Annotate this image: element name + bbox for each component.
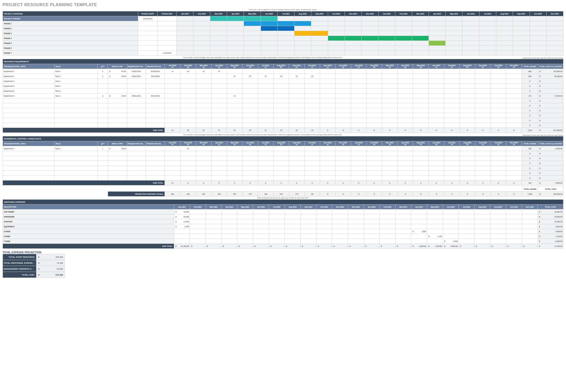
gantt-cell[interactable] [311, 46, 328, 51]
gantt-cell[interactable] [530, 31, 546, 36]
exp-val[interactable] [379, 214, 395, 219]
exp-val[interactable] [206, 219, 221, 224]
gantt-cell[interactable] [462, 51, 479, 56]
day-cell[interactable] [211, 171, 227, 176]
day-cell[interactable]: 20 [180, 69, 196, 74]
exp-val[interactable] [379, 224, 395, 229]
exp-sub-lbl[interactable]: SUB TOTAL [3, 244, 174, 249]
gantt-cell[interactable] [244, 41, 261, 46]
gantt-cell[interactable] [395, 16, 412, 21]
day-cell[interactable] [460, 103, 475, 108]
exp-val[interactable] [475, 224, 490, 229]
day-cell[interactable] [429, 79, 444, 84]
day-cell[interactable] [242, 84, 258, 89]
day-cell[interactable] [180, 74, 196, 79]
day-cell[interactable] [273, 113, 289, 118]
day-cell[interactable] [289, 98, 304, 103]
gantt-cell[interactable] [311, 36, 328, 41]
blank[interactable] [413, 187, 429, 192]
day-cell[interactable] [351, 118, 367, 123]
day-cell[interactable] [367, 98, 382, 103]
day-cell[interactable] [289, 103, 304, 108]
day-cell[interactable] [398, 69, 413, 74]
day-cell[interactable] [273, 108, 289, 113]
day-cell[interactable] [304, 69, 320, 74]
rstart-cell[interactable]: 05/01/2022 [127, 74, 146, 79]
day-cell[interactable] [398, 103, 413, 108]
qty-cell[interactable]: 4 [98, 93, 108, 98]
sub-day[interactable]: 0 [227, 181, 242, 185]
gantt-cell[interactable] [311, 31, 328, 36]
day-cell[interactable] [258, 98, 273, 103]
exp-sub-val[interactable]: - [475, 244, 490, 249]
gantt-cell[interactable] [513, 51, 530, 56]
gantt-cell[interactable] [378, 31, 395, 36]
exp-val[interactable] [221, 229, 237, 234]
exp-val[interactable] [396, 239, 411, 244]
exp-desc[interactable]: EQUIPMENT [3, 224, 174, 229]
day-cell[interactable] [413, 108, 429, 113]
day-cell[interactable] [242, 89, 258, 93]
day-cell[interactable] [413, 151, 429, 156]
rate-cell[interactable]: 30.00 [108, 74, 127, 79]
day-cell[interactable] [305, 151, 320, 156]
exp-val[interactable] [206, 229, 221, 234]
gantt-cell[interactable] [462, 41, 479, 46]
sub-day[interactable]: 0 [413, 181, 429, 185]
exp-sub-val[interactable]: - [253, 244, 269, 249]
thours-cell[interactable]: 0 [522, 171, 538, 176]
gantt-cell[interactable] [210, 31, 227, 36]
sub-day[interactable]: 22 [242, 128, 258, 133]
day-cell[interactable] [475, 108, 491, 113]
phase-end[interactable] [157, 41, 176, 46]
exp-sub-val[interactable]: - [237, 244, 253, 249]
rstart-cell[interactable] [127, 123, 146, 128]
rate-cell[interactable]: 25.00 [108, 93, 127, 98]
exp-val[interactable] [316, 214, 332, 219]
gantt-cell[interactable] [261, 31, 277, 36]
sub-day[interactable]: 0 [320, 128, 336, 133]
day-cell[interactable] [211, 103, 227, 108]
grand-day[interactable]: 176 [289, 192, 304, 197]
day-cell[interactable] [460, 84, 475, 89]
day-cell[interactable] [444, 108, 460, 113]
gantt-cell[interactable] [277, 21, 294, 26]
day-cell[interactable] [320, 176, 336, 181]
day-cell[interactable] [382, 84, 398, 89]
day-cell[interactable] [196, 89, 211, 93]
day-cell[interactable] [242, 156, 258, 161]
exp-sub-val[interactable]: 8,500.00 [443, 244, 459, 249]
gantt-cell[interactable] [546, 31, 563, 36]
day-cell[interactable] [398, 156, 413, 161]
tcost-cell[interactable]: - [538, 113, 563, 118]
exp-desc[interactable]: OTHER [3, 229, 174, 234]
sub-day[interactable]: 21 [165, 128, 180, 133]
day-cell[interactable] [444, 113, 460, 118]
tcost-cell[interactable]: 86,400.00 [538, 74, 563, 79]
day-cell[interactable] [382, 161, 398, 166]
day-cell[interactable] [227, 84, 242, 89]
sub-day[interactable]: 0 [351, 128, 367, 133]
day-cell[interactable] [196, 161, 211, 166]
day-cell[interactable] [165, 108, 180, 113]
day-cell[interactable] [351, 89, 367, 93]
exp-val[interactable] [221, 224, 237, 229]
exp-val[interactable] [285, 229, 300, 234]
pend-cell[interactable] [146, 118, 165, 123]
gantt-cell[interactable] [446, 36, 462, 41]
exp-val[interactable] [285, 234, 300, 239]
day-cell[interactable] [273, 156, 289, 161]
day-cell[interactable] [367, 103, 382, 108]
sub-tcost[interactable]: 8,400.00 [538, 181, 563, 185]
day-cell[interactable] [351, 146, 367, 151]
gantt-cell[interactable] [378, 36, 395, 41]
day-cell[interactable] [382, 151, 398, 156]
exp-val[interactable] [522, 224, 538, 229]
gantt-cell[interactable] [546, 26, 563, 31]
sub-day[interactable]: 0 [460, 181, 475, 185]
thours-cell[interactable]: 0 [522, 176, 538, 181]
thours-cell[interactable]: 0 [522, 161, 538, 166]
day-cell[interactable] [304, 89, 320, 93]
exp-val[interactable] [348, 224, 364, 229]
gantt-cell[interactable] [210, 51, 227, 56]
